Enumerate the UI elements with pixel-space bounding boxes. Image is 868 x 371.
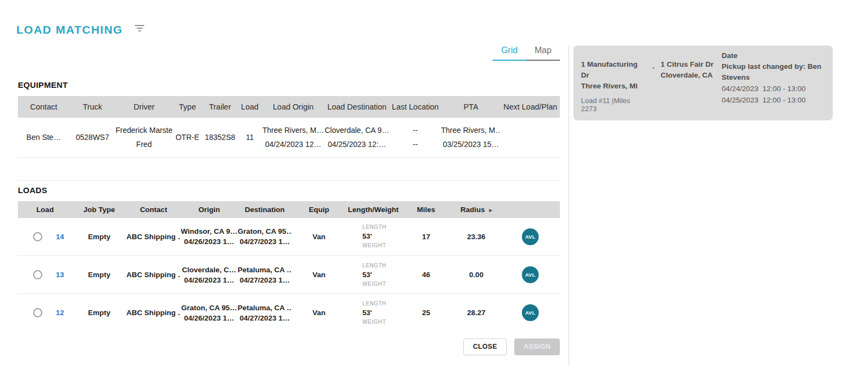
loads-header-row: Load Job Type Contact Origin Destination…	[18, 201, 560, 218]
load-destination: Petaluma, CA …04/27/2023 1…	[238, 256, 292, 294]
col-origin: Origin	[181, 201, 238, 218]
app-header: LOAD MATCHING	[0, 0, 868, 46]
load-length-weight: LENGTH 53' WEIGHT	[346, 256, 400, 294]
load-radio[interactable]	[33, 232, 42, 241]
load-radius: 23.36	[452, 218, 501, 256]
avl-status-badge: AVL	[522, 228, 539, 245]
card-load-miles: Load #11 |Miles 2273	[581, 97, 646, 113]
card-pickup-note: Pickup last changed by: Ben Stevens	[722, 61, 825, 83]
col-radius[interactable]: Radius▸	[452, 201, 501, 218]
col-pta: PTA	[441, 96, 501, 118]
col-load-destination: Load Destination	[324, 96, 390, 118]
tab-grid[interactable]: Grid	[493, 46, 526, 61]
load-job-type: Empty	[72, 218, 126, 256]
col-load-origin: Load Origin	[262, 96, 324, 118]
load-number-link[interactable]: 12	[56, 309, 64, 317]
card-date-range-1: 04/24/2023 12:00 - 13:00	[722, 83, 825, 94]
equipment-row[interactable]: Ben Ste… 0528WS7 Frederick Marste Fred O…	[18, 118, 560, 157]
card-date-column: Date Pickup last changed by: Ben Stevens…	[722, 50, 825, 113]
equipment-type: OTR-E	[173, 118, 202, 157]
page-title: LOAD MATCHING	[16, 23, 123, 36]
load-radio[interactable]	[33, 270, 42, 279]
load-detail-card[interactable]: 1 Manufacturing Dr Three Rivers, MI Load…	[573, 46, 833, 120]
col-driver: Driver	[116, 96, 173, 118]
load-job-type: Empty	[72, 294, 126, 332]
load-miles: 17	[400, 218, 452, 256]
avl-status-badge: AVL	[522, 304, 539, 321]
col-next-load-plan: Next Load/Plan	[501, 96, 560, 118]
col-contact: Contact	[18, 96, 69, 118]
load-contact: ABC Shipping …	[126, 294, 181, 332]
load-equip: Van	[292, 218, 346, 256]
equipment-trailer: 18352S8	[202, 118, 238, 157]
card-destination-address: 1 Citrus Fair Dr Cloverdale, CA	[661, 50, 722, 113]
load-destination: Graton, CA 95…04/27/2023 1…	[238, 218, 292, 256]
assign-button[interactable]: ASSIGN	[514, 338, 560, 355]
content: Grid Map EQUIPMENT Contact Truck Driver …	[0, 46, 868, 366]
detail-panel: 1 Manufacturing Dr Three Rivers, MI Load…	[569, 46, 868, 366]
load-number-link[interactable]: 14	[56, 233, 64, 241]
load-destination: Petaluma, CA …04/27/2023 1…	[238, 294, 292, 332]
col-truck: Truck	[69, 96, 116, 118]
load-miles: 25	[400, 294, 452, 332]
filter-icon[interactable]	[135, 25, 144, 31]
card-origin-address: 1 Manufacturing Dr Three Rivers, MI Load…	[581, 50, 646, 113]
equipment-empty-row	[18, 158, 560, 181]
equipment-load-destination: Cloverdale, CA 9… 04/25/2023 12:…	[324, 118, 390, 157]
col-length-weight: Length/Weight	[346, 201, 400, 218]
equipment-pta: Three Rivers, M… 03/25/2023 15…	[441, 118, 501, 157]
loads-section-title: LOADS	[18, 186, 569, 195]
col-equip: Equip	[292, 201, 346, 218]
load-origin: Windsor, CA 9…04/26/2023 1…	[181, 218, 238, 256]
loads-table: Load Job Type Contact Origin Destination…	[18, 201, 560, 332]
load-radio[interactable]	[33, 308, 42, 317]
card-date-range-2: 04/25/2023 12:00 - 13:00	[722, 94, 825, 106]
col-destination: Destination	[238, 201, 292, 218]
equipment-table: Contact Truck Driver Type Trailer Load L…	[18, 96, 560, 158]
equipment-load-origin: Three Rivers, M… 04/24/2023 12…	[262, 118, 324, 157]
avl-status-badge: AVL	[522, 266, 539, 283]
col-last-location: Last Location	[390, 96, 441, 118]
main-panel: Grid Map EQUIPMENT Contact Truck Driver …	[0, 46, 569, 366]
close-button[interactable]: CLOSE	[463, 338, 507, 355]
col-miles: Miles	[400, 201, 452, 218]
load-contact: ABC Shipping …	[126, 218, 181, 256]
load-length-weight: LENGTH 53' WEIGHT	[346, 218, 400, 256]
equipment-last-location: -- --	[390, 118, 441, 157]
card-date-label: Date	[722, 50, 825, 61]
equipment-contact: Ben Ste…	[18, 118, 69, 157]
equipment-next-load-plan	[501, 118, 560, 157]
footer-actions: CLOSE ASSIGN	[18, 338, 560, 355]
col-job-type: Job Type	[72, 201, 126, 218]
load-radius: 0.00	[452, 256, 501, 294]
load-equip: Van	[292, 294, 346, 332]
equipment-header-row: Contact Truck Driver Type Trailer Load L…	[18, 96, 560, 118]
col-load: Load	[238, 96, 262, 118]
load-length-weight: LENGTH 53' WEIGHT	[346, 294, 400, 332]
load-number-link[interactable]: 13	[56, 271, 64, 279]
equipment-truck: 0528WS7	[69, 118, 116, 157]
col-badge	[501, 201, 560, 218]
load-row-14[interactable]: 14 Empty ABC Shipping … Windsor, CA 9…04…	[18, 218, 560, 256]
load-origin: Graton, CA 95…04/26/2023 1…	[181, 294, 238, 332]
card-route-separator: -	[646, 50, 661, 113]
load-row-12[interactable]: 12 Empty ABC Shipping … Graton, CA 95…04…	[18, 294, 560, 332]
col-type: Type	[173, 96, 202, 118]
view-tabs: Grid Map	[18, 46, 560, 61]
load-contact: ABC Shipping …	[126, 256, 181, 294]
load-radius: 28.27	[452, 294, 501, 332]
equipment-section-title: EQUIPMENT	[18, 80, 569, 89]
load-job-type: Empty	[72, 256, 126, 294]
radius-expand-icon[interactable]: ▸	[489, 207, 493, 213]
load-equip: Van	[292, 256, 346, 294]
equipment-load: 11	[238, 118, 262, 157]
load-origin: Cloverdale, C…04/26/2023 1…	[181, 256, 238, 294]
load-row-13[interactable]: 13 Empty ABC Shipping … Cloverdale, C…04…	[18, 256, 560, 294]
col-loads-load: Load	[18, 201, 72, 218]
tab-map[interactable]: Map	[526, 46, 560, 61]
col-trailer: Trailer	[202, 96, 238, 118]
load-miles: 46	[400, 256, 452, 294]
equipment-driver: Frederick Marste Fred	[116, 118, 173, 157]
col-loads-contact: Contact	[126, 201, 181, 218]
